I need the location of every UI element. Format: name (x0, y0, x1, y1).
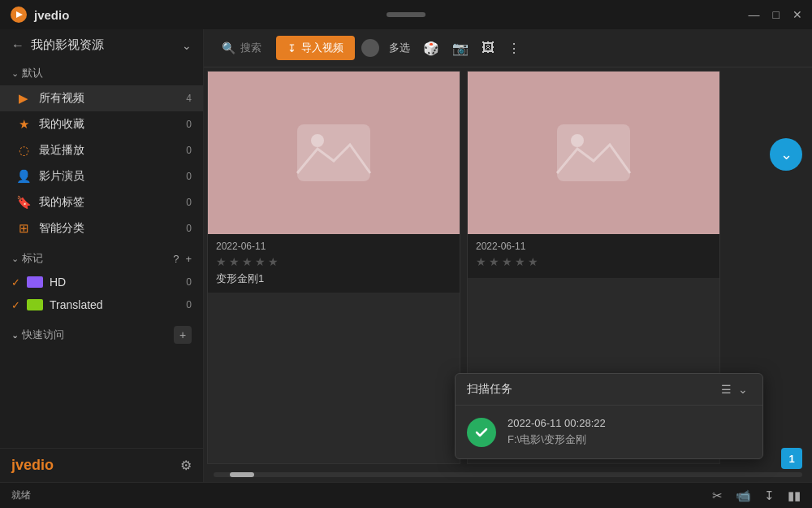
titlebar-center (387, 12, 425, 17)
import-icon: ↧ (287, 42, 296, 54)
tag-hd-count: 0 (186, 276, 192, 288)
minimize-button[interactable]: — (749, 8, 760, 21)
video-info-2: 2022-06-11 ★ ★ ★ ★ ★ (468, 234, 719, 278)
terminal-icon[interactable]: ▮▮ (788, 488, 801, 503)
star-3: ★ (242, 255, 253, 268)
close-button[interactable]: ✕ (793, 8, 802, 21)
sidebar-item-smart-count: 0 (182, 223, 192, 234)
maximize-button[interactable]: □ (773, 8, 780, 21)
star2-5: ★ (528, 255, 538, 268)
scan-task-body: 2022-06-11 00:28:22 F:\电影\变形金刚 (456, 406, 762, 458)
search-icon: 🔍 (222, 41, 235, 54)
statusbar: 就绪 ✂ 📹 ↧ ▮▮ (0, 482, 812, 508)
sidebar-item-actors[interactable]: 👤 影片演员 0 (0, 163, 203, 189)
star-2: ★ (229, 255, 240, 268)
qa-chevron[interactable]: ⌄ (11, 330, 19, 341)
image-icon[interactable]: 📷 (449, 39, 472, 58)
settings-icon[interactable]: ⚙ (180, 458, 192, 473)
tags-help-button[interactable]: ? (173, 253, 179, 265)
scan-task-list-button[interactable]: ☰ (718, 383, 735, 396)
camera-icon[interactable]: 📹 (736, 488, 751, 503)
blue-badge[interactable]: 1 (781, 448, 802, 469)
svg-point-3 (311, 134, 324, 147)
scan-path: F:\电影\变形金刚 (508, 432, 751, 447)
star2-3: ★ (502, 255, 512, 268)
scan-task-collapse-button[interactable]: ⌄ (735, 383, 751, 396)
titlebar-left: jvedio (10, 6, 69, 24)
titlebar: jvedio — □ ✕ (0, 0, 812, 29)
sidebar-footer: jvedio ⚙ (0, 448, 203, 482)
title-bar-handle (387, 12, 425, 17)
section-default-chevron[interactable]: ⌄ (11, 68, 19, 79)
sidebar-item-recent-label: 最近播放 (39, 143, 174, 158)
section-tags-chevron[interactable]: ⌄ (11, 254, 19, 264)
thumbnail-placeholder-icon-2 (553, 120, 634, 185)
sidebar-item-recent[interactable]: ◌ 最近播放 0 (0, 137, 203, 163)
play-icon: ▶ (16, 91, 31, 106)
sidebar-item-smart-label: 智能分类 (39, 221, 174, 236)
star-1: ★ (216, 255, 227, 268)
video-card-1[interactable]: 2022-06-11 ★ ★ ★ ★ ★ 变形金刚1 (207, 71, 460, 464)
toolbar-circle-button[interactable] (361, 39, 379, 57)
scan-info: 2022-06-11 00:28:22 F:\电影\变形金刚 (508, 417, 751, 447)
import-video-button[interactable]: ↧ 导入视频 (276, 36, 355, 60)
check-svg (473, 424, 490, 441)
video-stars-2: ★ ★ ★ ★ ★ (476, 255, 711, 268)
image2-icon[interactable]: 🖼 (478, 39, 498, 57)
scrollbar-area (204, 467, 812, 482)
tag-item-translated[interactable]: ✓ Translated 0 (0, 293, 203, 316)
star-4: ★ (255, 255, 266, 268)
sidebar-item-tags-label: 我的标签 (39, 195, 174, 210)
tag-translated-label: Translated (50, 298, 179, 311)
qa-label: 快速访问 (22, 328, 171, 342)
back-button[interactable]: ← (11, 38, 24, 53)
search-box: 🔍 搜索 (214, 37, 270, 59)
sidebar-item-recent-count: 0 (182, 145, 192, 156)
scan-task-popup: 扫描任务 ☰ ⌄ 2022-06-11 00:28:22 F:\电影\变形金刚 (455, 373, 763, 459)
blue-chevron-button[interactable]: ⌄ (770, 138, 802, 171)
video-info-1: 2022-06-11 ★ ★ ★ ★ ★ 变形金刚1 (208, 234, 460, 293)
video-stars-1: ★ ★ ★ ★ ★ (216, 255, 451, 268)
video-thumbnail-2 (468, 72, 719, 234)
scissors-icon[interactable]: ✂ (712, 488, 723, 503)
video-thumbnail-1 (208, 72, 460, 234)
dice-icon[interactable]: 🎲 (420, 39, 443, 58)
sidebar-item-all-videos-count: 4 (182, 93, 192, 104)
tag-translated-check-icon: ✓ (11, 299, 20, 311)
quick-access-section: ⌄ 快速访问 + (0, 321, 203, 349)
tag-item-hd[interactable]: ✓ HD 0 (0, 271, 203, 293)
sidebar-item-favorites-count: 0 (182, 119, 192, 130)
scan-success-icon (467, 418, 496, 447)
status-text: 就绪 (11, 488, 699, 502)
thumbnail-placeholder-icon (293, 120, 374, 185)
list-icon[interactable]: ⋮ (504, 39, 524, 58)
scan-time: 2022-06-11 00:28:22 (508, 417, 751, 429)
svg-rect-4 (557, 124, 630, 181)
scan-task-header: 扫描任务 ☰ ⌄ (456, 374, 762, 406)
tag-translated-color (27, 299, 43, 310)
sidebar-item-all-videos[interactable]: ▶ 所有视频 4 (0, 85, 203, 111)
window-controls: — □ ✕ (749, 8, 802, 21)
sidebar-item-smart-category[interactable]: ⊞ 智能分类 0 (0, 215, 203, 241)
scrollbar-track[interactable] (214, 472, 802, 477)
multiselect-button[interactable]: 多选 (386, 39, 413, 57)
search-placeholder: 搜索 (240, 41, 261, 55)
qa-add-button[interactable]: + (174, 326, 192, 344)
sidebar-item-favorites[interactable]: ★ 我的收藏 0 (0, 111, 203, 137)
scrollbar-thumb[interactable] (230, 472, 254, 477)
download-icon[interactable]: ↧ (764, 488, 775, 503)
badge-count: 1 (788, 453, 794, 465)
star-5: ★ (268, 255, 279, 268)
star2-1: ★ (476, 255, 486, 268)
tag-hd-check-icon: ✓ (11, 276, 20, 289)
video-date-2: 2022-06-11 (476, 241, 711, 252)
grid-icon: ⊞ (16, 221, 31, 236)
star2-2: ★ (489, 255, 499, 268)
section-default-label: 默认 (22, 66, 192, 80)
clock-icon: ◌ (16, 143, 31, 158)
section-default: ⌄ 默认 (0, 61, 203, 85)
sidebar-chevron-button[interactable]: ⌄ (182, 39, 192, 52)
tags-add-button[interactable]: + (185, 253, 192, 265)
toolbar: 🔍 搜索 ↧ 导入视频 多选 🎲 📷 🖼 ⋮ (204, 29, 812, 67)
sidebar-item-tags[interactable]: 🔖 我的标签 0 (0, 189, 203, 215)
